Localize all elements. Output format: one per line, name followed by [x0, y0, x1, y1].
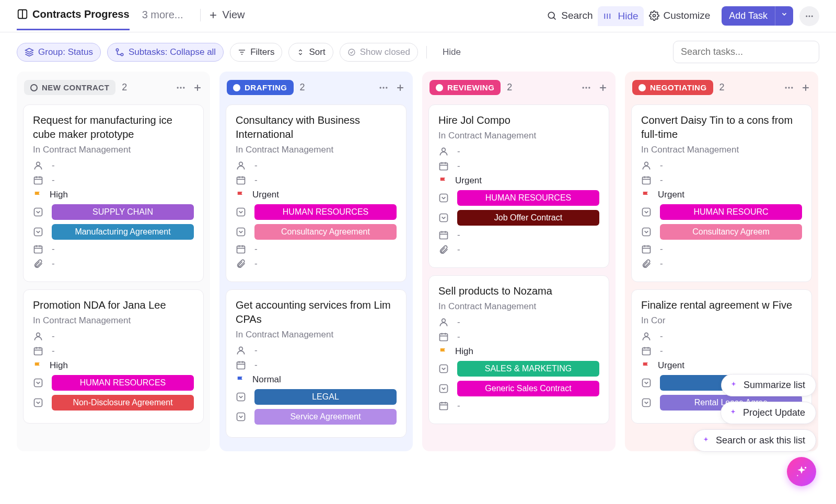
assignee-icon[interactable]: [641, 331, 653, 342]
dropdown-icon[interactable]: [236, 412, 247, 422]
tag-consult[interactable]: Consultancy Agreement: [254, 224, 397, 240]
dropdown-icon[interactable]: [641, 397, 653, 408]
more-menu-button[interactable]: [799, 6, 819, 26]
assignee-icon[interactable]: [236, 345, 247, 356]
dropdown-icon[interactable]: [33, 207, 44, 217]
dropdown-icon[interactable]: [236, 227, 247, 237]
task-card[interactable]: Request for manufacturing ice cube maker…: [23, 104, 204, 282]
dropdown-icon[interactable]: [33, 227, 44, 237]
date-icon[interactable]: [641, 346, 653, 356]
dropdown-icon[interactable]: [33, 397, 44, 408]
column-more-button[interactable]: [784, 83, 794, 93]
tag-generic[interactable]: Generic Sales Contract: [457, 381, 599, 396]
dropdown-icon[interactable]: [641, 227, 653, 237]
tag-nda[interactable]: Non-Disclosure Agreement: [52, 395, 194, 411]
column-more-button[interactable]: [378, 83, 389, 93]
customize-button[interactable]: Customize: [644, 7, 716, 32]
date-icon[interactable]: [438, 161, 450, 171]
tag-sales[interactable]: SALES & MARKETING: [457, 361, 599, 377]
flag-icon[interactable]: [33, 190, 42, 200]
assignee-icon[interactable]: [641, 160, 653, 171]
group-pill[interactable]: Group: Status: [17, 43, 101, 62]
column-add-button[interactable]: [598, 83, 608, 93]
column-more-button[interactable]: [176, 83, 186, 93]
status-badge-drafting[interactable]: DRAFTING: [227, 80, 294, 95]
assignee-icon[interactable]: [33, 160, 44, 171]
date-icon[interactable]: [438, 230, 450, 240]
show-closed-pill[interactable]: Show closed: [340, 43, 418, 62]
attachment-icon[interactable]: [641, 259, 653, 269]
assignee-icon[interactable]: [438, 317, 450, 327]
flag-icon[interactable]: [236, 375, 245, 384]
assignee-icon[interactable]: [33, 331, 44, 342]
flag-icon[interactable]: [641, 190, 651, 200]
column-add-button[interactable]: [192, 83, 203, 93]
dropdown-icon[interactable]: [438, 193, 450, 203]
flag-icon[interactable]: [33, 361, 42, 370]
sort-pill[interactable]: Sort: [288, 43, 333, 62]
hide-pill[interactable]: Hide: [435, 43, 468, 61]
attachment-icon[interactable]: [438, 244, 450, 255]
dropdown-icon[interactable]: [236, 392, 247, 402]
dropdown-icon[interactable]: [641, 207, 653, 217]
search-tasks-input[interactable]: [673, 41, 819, 63]
task-card[interactable]: Hire Jol Compo In Contract Management --…: [428, 104, 609, 268]
filters-pill[interactable]: Filters: [230, 43, 282, 62]
tag-consult[interactable]: Consultancy Agreem: [660, 224, 802, 240]
task-card[interactable]: Sell products to Nozama In Contract Mana…: [428, 275, 609, 424]
assignee-icon[interactable]: [438, 146, 450, 157]
date-icon[interactable]: [236, 175, 247, 185]
ai-project-update-button[interactable]: Project Update: [721, 402, 816, 424]
tag-supply[interactable]: SUPPLY CHAIN: [52, 204, 194, 220]
dropdown-icon[interactable]: [438, 213, 450, 223]
flag-icon[interactable]: [236, 190, 245, 200]
column-add-button[interactable]: [800, 83, 811, 93]
date-icon[interactable]: [641, 244, 653, 254]
date-icon[interactable]: [236, 244, 247, 254]
status-badge-new[interactable]: NEW CONTRACT: [24, 80, 115, 95]
tag-hr[interactable]: HUMAN RESOURC: [660, 204, 802, 220]
flag-icon[interactable]: [438, 347, 448, 356]
add-view-button[interactable]: View: [208, 9, 245, 29]
tag-service[interactable]: Service Agreement: [254, 409, 397, 425]
status-badge-reviewing[interactable]: REVIEWING: [429, 80, 501, 95]
ai-summarize-button[interactable]: Summarize list: [721, 374, 816, 396]
dropdown-icon[interactable]: [236, 207, 247, 217]
date-icon[interactable]: [641, 175, 653, 185]
search-button[interactable]: Search: [541, 7, 598, 32]
tag-hr[interactable]: HUMAN RESOURCES: [457, 190, 599, 206]
date-icon[interactable]: [236, 360, 247, 370]
task-card[interactable]: Consultancy with Business International …: [226, 104, 407, 282]
dropdown-icon[interactable]: [33, 378, 44, 388]
tag-hr[interactable]: HUMAN RESOURCES: [52, 375, 194, 391]
column-add-button[interactable]: [395, 83, 405, 93]
status-badge-negotiating[interactable]: NEGOTIATING: [632, 80, 713, 95]
date-icon[interactable]: [33, 175, 44, 185]
tag-hr[interactable]: HUMAN RESOURCES: [254, 204, 397, 220]
tab-contracts-progress[interactable]: Contracts Progress: [17, 8, 130, 30]
attachment-icon[interactable]: [33, 259, 44, 269]
add-task-dropdown[interactable]: [775, 6, 793, 26]
task-card[interactable]: Promotion NDA for Jana Lee In Contract M…: [23, 289, 204, 424]
assignee-icon[interactable]: [236, 160, 247, 171]
date-icon[interactable]: [33, 244, 44, 254]
task-card[interactable]: Convert Daisy Tin to a cons from full-ti…: [631, 104, 812, 282]
dropdown-icon[interactable]: [438, 364, 450, 374]
ai-fab-button[interactable]: [787, 457, 816, 468]
date-icon[interactable]: [438, 332, 450, 342]
task-card[interactable]: Get accounting services from Lim CPAs In…: [226, 289, 407, 438]
add-task-button[interactable]: Add Task: [722, 6, 775, 26]
dropdown-icon[interactable]: [641, 378, 653, 388]
date-icon[interactable]: [33, 346, 44, 356]
tabs-more[interactable]: 3 more...: [142, 9, 183, 29]
tag-mfg[interactable]: Manufacturing Agreement: [52, 224, 194, 240]
subtasks-pill[interactable]: Subtasks: Collapse all: [107, 43, 224, 62]
date-icon[interactable]: [438, 401, 450, 411]
flag-icon[interactable]: [641, 361, 651, 370]
dropdown-icon[interactable]: [438, 383, 450, 394]
column-more-button[interactable]: [581, 83, 591, 93]
flag-icon[interactable]: [438, 176, 448, 185]
tag-job[interactable]: Job Offer Contract: [457, 210, 599, 226]
ai-search-ask-button[interactable]: Search or ask this list: [693, 429, 816, 452]
tag-legal[interactable]: LEGAL: [254, 389, 397, 405]
